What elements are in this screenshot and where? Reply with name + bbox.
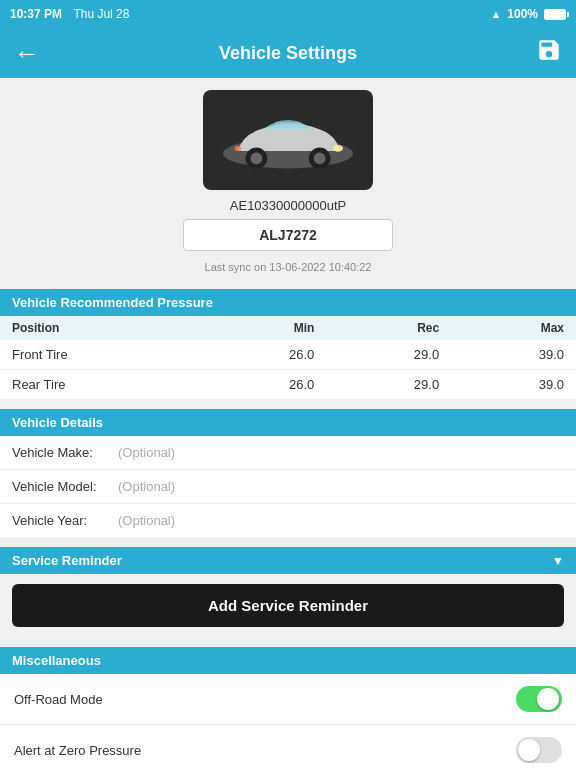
offroad-toggle-knob — [537, 688, 559, 710]
svg-point-4 — [314, 152, 326, 164]
zero-pressure-label: Alert at Zero Pressure — [14, 743, 141, 758]
main-content: AE10330000000utP Last sync on 13-06-2022… — [0, 78, 576, 768]
top-nav: ← Vehicle Settings — [0, 28, 576, 78]
vehicle-detail-label: Vehicle Make: — [12, 436, 112, 469]
zero-pressure-toggle-knob — [518, 739, 540, 761]
vehicle-id: AE10330000000utP — [230, 198, 346, 213]
vehicle-detail-input[interactable] — [112, 504, 564, 537]
svg-point-2 — [251, 152, 263, 164]
tire-max: 39.0 — [451, 370, 576, 400]
offroad-toggle-row: Off-Road Mode — [0, 674, 576, 725]
table-row: Rear Tire 26.0 29.0 39.0 — [0, 370, 576, 400]
zero-pressure-toggle-row: Alert at Zero Pressure — [0, 725, 576, 768]
miscellaneous-section: Off-Road Mode Alert at Zero Pressure In-… — [0, 674, 576, 768]
tire-position: Front Tire — [0, 340, 202, 370]
col-max: Max — [451, 316, 576, 340]
dropdown-arrow-icon[interactable]: ▼ — [552, 554, 564, 568]
back-button[interactable]: ← — [14, 38, 40, 69]
save-button[interactable] — [536, 37, 562, 69]
status-time-date: 10:37 PM Thu Jul 28 — [10, 7, 129, 21]
offroad-label: Off-Road Mode — [14, 692, 103, 707]
vehicle-plate — [167, 215, 409, 255]
vehicle-details-header: Vehicle Details — [0, 409, 576, 436]
tire-min: 26.0 — [202, 370, 327, 400]
service-reminder-title: Service Reminder — [12, 553, 122, 568]
battery-icon — [544, 9, 566, 20]
vehicle-detail-input[interactable] — [112, 470, 564, 503]
pressure-section-header: Vehicle Recommended Pressure — [0, 289, 576, 316]
miscellaneous-header: Miscellaneous — [0, 647, 576, 674]
wifi-icon: ▲ — [490, 8, 501, 20]
last-sync: Last sync on 13-06-2022 10:40:22 — [205, 261, 372, 273]
vehicle-detail-row: Vehicle Make: — [0, 436, 576, 470]
status-bar: 10:37 PM Thu Jul 28 ▲ 100% — [0, 0, 576, 28]
page-title: Vehicle Settings — [219, 43, 357, 64]
svg-point-5 — [333, 145, 343, 152]
table-row: Front Tire 26.0 29.0 39.0 — [0, 340, 576, 370]
car-image-section: AE10330000000utP Last sync on 13-06-2022… — [0, 78, 576, 289]
vehicle-detail-input[interactable] — [112, 436, 564, 469]
car-svg — [213, 103, 363, 178]
status-icons: ▲ 100% — [490, 7, 566, 21]
tire-rec: 29.0 — [326, 340, 451, 370]
tire-min: 26.0 — [202, 340, 327, 370]
battery-percent: 100% — [507, 7, 538, 21]
pressure-table: Position Min Rec Max Front Tire 26.0 29.… — [0, 316, 576, 399]
col-min: Min — [202, 316, 327, 340]
tire-max: 39.0 — [451, 340, 576, 370]
status-date: Thu Jul 28 — [73, 7, 129, 21]
col-rec: Rec — [326, 316, 451, 340]
offroad-toggle[interactable] — [516, 686, 562, 712]
save-icon — [536, 37, 562, 63]
service-reminder-header: Service Reminder ▼ — [0, 547, 576, 574]
vehicle-detail-row: Vehicle Model: — [0, 470, 576, 504]
tire-position: Rear Tire — [0, 370, 202, 400]
vehicle-plate-input[interactable] — [183, 219, 393, 251]
svg-point-6 — [235, 145, 242, 150]
add-service-reminder-button[interactable]: Add Service Reminder — [12, 584, 564, 627]
zero-pressure-toggle[interactable] — [516, 737, 562, 763]
col-position: Position — [0, 316, 202, 340]
status-time: 10:37 PM — [10, 7, 62, 21]
vehicle-detail-label: Vehicle Year: — [12, 504, 112, 537]
vehicle-detail-label: Vehicle Model: — [12, 470, 112, 503]
tire-rec: 29.0 — [326, 370, 451, 400]
car-image — [203, 90, 373, 190]
vehicle-detail-row: Vehicle Year: — [0, 504, 576, 537]
vehicle-details-section: Vehicle Make: Vehicle Model: Vehicle Yea… — [0, 436, 576, 537]
